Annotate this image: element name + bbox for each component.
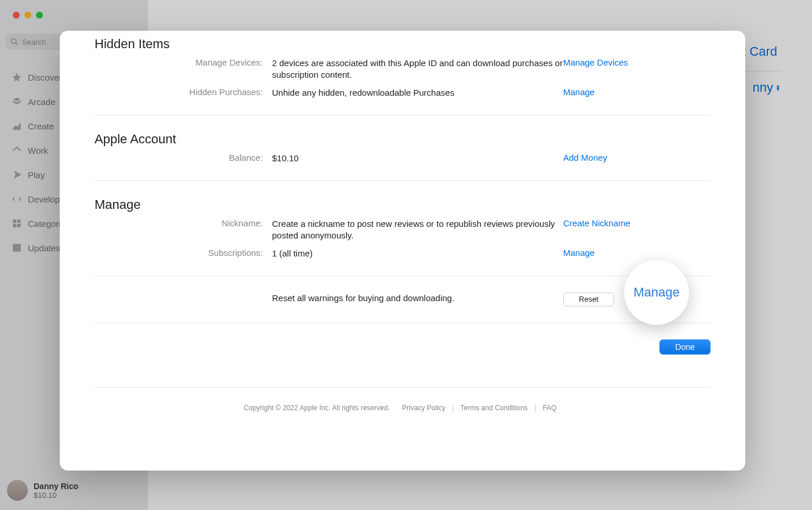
divider — [95, 323, 710, 323]
reset-button[interactable]: Reset — [563, 292, 614, 306]
nickname-value: Create a nickname to post new reviews or… — [272, 218, 563, 242]
privacy-policy-link[interactable]: Privacy Policy — [402, 404, 445, 412]
balance-value: $10.10 — [272, 153, 563, 164]
section-title-apple-account: Apple Account — [95, 132, 710, 147]
account-settings-modal: Hidden Items Manage Devices: 2 devices a… — [60, 31, 745, 471]
reset-warnings-value: Reset all warnings for buying and downlo… — [272, 292, 563, 306]
faq-link[interactable]: FAQ — [543, 404, 557, 412]
add-money-link[interactable]: Add Money — [563, 153, 607, 162]
hidden-purchases-label: Hidden Purchases: — [95, 87, 272, 99]
divider — [95, 115, 710, 115]
manage-devices-link[interactable]: Manage Devices — [563, 57, 628, 67]
balance-label: Balance: — [95, 153, 272, 164]
terms-link[interactable]: Terms and Conditions — [461, 404, 528, 412]
reset-warnings-label — [95, 292, 272, 306]
footer-legal: Copyright © 2022 Apple Inc. All rights r… — [95, 404, 710, 412]
copyright-text: Copyright © 2022 Apple Inc. All rights r… — [244, 404, 390, 412]
section-title-hidden-items: Hidden Items — [95, 37, 710, 52]
subscriptions-label: Subscriptions: — [95, 248, 272, 259]
divider — [95, 276, 710, 276]
callout-magnifier: Manage — [624, 260, 689, 325]
hidden-purchases-value: Unhide any hidden, redownloadable Purcha… — [272, 87, 563, 99]
done-button[interactable]: Done — [659, 339, 710, 355]
create-nickname-link[interactable]: Create Nickname — [563, 218, 630, 228]
subscriptions-value: 1 (all time) — [272, 248, 563, 259]
subscriptions-manage-link[interactable]: Manage — [563, 248, 594, 258]
divider — [95, 387, 710, 388]
nickname-label: Nickname: — [95, 218, 272, 242]
callout-label: Manage — [633, 285, 680, 300]
manage-devices-value: 2 devices are associated with this Apple… — [272, 57, 563, 81]
divider — [95, 180, 710, 181]
section-title-manage: Manage — [95, 197, 710, 212]
manage-devices-label: Manage Devices: — [95, 57, 272, 81]
hidden-purchases-manage-link[interactable]: Manage — [563, 87, 594, 97]
